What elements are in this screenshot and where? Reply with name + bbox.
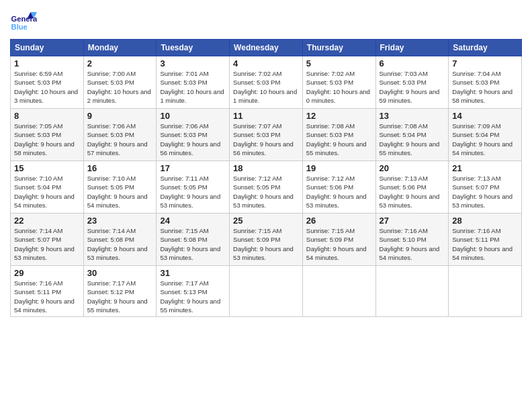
calendar-cell: 31 Sunrise: 7:17 AM Sunset: 5:13 PM Dayl… (157, 266, 230, 317)
day-info: Sunrise: 7:16 AM Sunset: 5:11 PM Dayligh… (14, 279, 80, 314)
calendar-cell: 9 Sunrise: 7:06 AM Sunset: 5:03 PM Dayli… (83, 109, 157, 161)
day-info: Sunrise: 7:17 AM Sunset: 5:12 PM Dayligh… (87, 279, 153, 314)
calendar-cell: 1 Sunrise: 6:59 AM Sunset: 5:03 PM Dayli… (11, 56, 84, 109)
day-number: 14 (452, 111, 518, 121)
day-number: 5 (306, 58, 372, 68)
day-info: Sunrise: 7:02 AM Sunset: 5:03 PM Dayligh… (306, 69, 372, 105)
day-info: Sunrise: 7:08 AM Sunset: 5:03 PM Dayligh… (306, 122, 372, 157)
calendar-cell: 24 Sunrise: 7:15 AM Sunset: 5:08 PM Dayl… (157, 214, 230, 266)
calendar-cell: 27 Sunrise: 7:16 AM Sunset: 5:10 PM Dayl… (375, 214, 449, 266)
weekday-header-thursday: Thursday (302, 40, 375, 56)
calendar-cell: 3 Sunrise: 7:01 AM Sunset: 5:03 PM Dayli… (157, 56, 230, 109)
calendar-cell: 30 Sunrise: 7:17 AM Sunset: 5:12 PM Dayl… (83, 266, 157, 317)
day-number: 13 (380, 111, 445, 121)
day-info: Sunrise: 7:15 AM Sunset: 5:08 PM Dayligh… (160, 226, 226, 262)
calendar-cell: 18 Sunrise: 7:12 AM Sunset: 5:05 PM Dayl… (230, 161, 303, 214)
day-number: 4 (233, 58, 299, 68)
calendar-cell: 28 Sunrise: 7:16 AM Sunset: 5:11 PM Dayl… (449, 214, 522, 266)
calendar-cell: 10 Sunrise: 7:06 AM Sunset: 5:03 PM Dayl… (157, 109, 230, 161)
calendar-cell: 19 Sunrise: 7:12 AM Sunset: 5:06 PM Dayl… (302, 161, 375, 214)
calendar-cell: 21 Sunrise: 7:13 AM Sunset: 5:07 PM Dayl… (449, 161, 522, 214)
calendar-cell: 6 Sunrise: 7:03 AM Sunset: 5:03 PM Dayli… (375, 56, 449, 109)
day-info: Sunrise: 7:17 AM Sunset: 5:13 PM Dayligh… (160, 279, 226, 314)
calendar-cell: 23 Sunrise: 7:14 AM Sunset: 5:08 PM Dayl… (83, 214, 157, 266)
day-info: Sunrise: 7:14 AM Sunset: 5:07 PM Dayligh… (14, 226, 80, 262)
day-info: Sunrise: 7:01 AM Sunset: 5:03 PM Dayligh… (160, 69, 226, 105)
day-info: Sunrise: 7:16 AM Sunset: 5:10 PM Dayligh… (380, 226, 445, 262)
day-info: Sunrise: 7:16 AM Sunset: 5:11 PM Dayligh… (452, 226, 518, 262)
day-info: Sunrise: 7:03 AM Sunset: 5:03 PM Dayligh… (380, 69, 445, 105)
day-info: Sunrise: 7:06 AM Sunset: 5:03 PM Dayligh… (160, 122, 226, 157)
day-info: Sunrise: 7:07 AM Sunset: 5:03 PM Dayligh… (233, 122, 299, 157)
day-info: Sunrise: 7:08 AM Sunset: 5:04 PM Dayligh… (380, 122, 445, 157)
day-info: Sunrise: 7:12 AM Sunset: 5:06 PM Dayligh… (306, 174, 372, 210)
weekday-header-wednesday: Wednesday (230, 40, 303, 56)
day-number: 20 (380, 163, 445, 173)
day-number: 16 (87, 163, 153, 173)
day-info: Sunrise: 7:11 AM Sunset: 5:05 PM Dayligh… (160, 174, 226, 210)
weekday-header-friday: Friday (375, 40, 449, 56)
day-info: Sunrise: 6:59 AM Sunset: 5:03 PM Dayligh… (14, 69, 80, 105)
calendar-cell: 8 Sunrise: 7:05 AM Sunset: 5:03 PM Dayli… (11, 109, 84, 161)
calendar-cell: 5 Sunrise: 7:02 AM Sunset: 5:03 PM Dayli… (302, 56, 375, 109)
day-number: 30 (87, 268, 153, 278)
day-info: Sunrise: 7:04 AM Sunset: 5:03 PM Dayligh… (452, 69, 518, 105)
day-number: 9 (87, 111, 153, 121)
logo-icon: General Blue (10, 7, 37, 34)
day-number: 6 (380, 58, 445, 68)
calendar-cell: 14 Sunrise: 7:09 AM Sunset: 5:04 PM Dayl… (449, 109, 522, 161)
calendar-cell: 11 Sunrise: 7:07 AM Sunset: 5:03 PM Dayl… (230, 109, 303, 161)
day-info: Sunrise: 7:14 AM Sunset: 5:08 PM Dayligh… (87, 226, 153, 262)
calendar-cell: 2 Sunrise: 7:00 AM Sunset: 5:03 PM Dayli… (83, 56, 157, 109)
calendar-cell: 25 Sunrise: 7:15 AM Sunset: 5:09 PM Dayl… (230, 214, 303, 266)
day-info: Sunrise: 7:15 AM Sunset: 5:09 PM Dayligh… (306, 226, 372, 262)
day-info: Sunrise: 7:00 AM Sunset: 5:03 PM Dayligh… (87, 69, 153, 105)
day-number: 18 (233, 163, 299, 173)
weekday-header-tuesday: Tuesday (157, 40, 230, 56)
day-number: 22 (14, 216, 80, 226)
calendar-cell: 26 Sunrise: 7:15 AM Sunset: 5:09 PM Dayl… (302, 214, 375, 266)
day-number: 15 (14, 163, 80, 173)
day-number: 28 (452, 216, 518, 226)
day-number: 10 (160, 111, 226, 121)
day-number: 3 (160, 58, 226, 68)
day-number: 29 (14, 268, 80, 278)
day-info: Sunrise: 7:09 AM Sunset: 5:04 PM Dayligh… (452, 122, 518, 157)
day-number: 12 (306, 111, 372, 121)
day-number: 26 (306, 216, 372, 226)
calendar-cell (230, 266, 303, 317)
day-number: 7 (452, 58, 518, 68)
calendar-cell (449, 266, 522, 317)
day-number: 1 (14, 58, 80, 68)
day-number: 8 (14, 111, 80, 121)
calendar-cell: 22 Sunrise: 7:14 AM Sunset: 5:07 PM Dayl… (11, 214, 84, 266)
day-number: 19 (306, 163, 372, 173)
calendar-cell: 20 Sunrise: 7:13 AM Sunset: 5:06 PM Dayl… (375, 161, 449, 214)
day-number: 23 (87, 216, 153, 226)
day-info: Sunrise: 7:10 AM Sunset: 5:05 PM Dayligh… (87, 174, 153, 210)
calendar-cell: 4 Sunrise: 7:02 AM Sunset: 5:03 PM Dayli… (230, 56, 303, 109)
calendar-table: SundayMondayTuesdayWednesdayThursdayFrid… (10, 39, 522, 317)
day-info: Sunrise: 7:13 AM Sunset: 5:06 PM Dayligh… (380, 174, 445, 210)
day-number: 17 (160, 163, 226, 173)
logo: General Blue (10, 7, 40, 34)
day-info: Sunrise: 7:02 AM Sunset: 5:03 PM Dayligh… (233, 69, 299, 105)
day-info: Sunrise: 7:05 AM Sunset: 5:03 PM Dayligh… (14, 122, 80, 157)
day-number: 21 (452, 163, 518, 173)
weekday-header-monday: Monday (83, 40, 157, 56)
calendar-cell: 7 Sunrise: 7:04 AM Sunset: 5:03 PM Dayli… (449, 56, 522, 109)
day-number: 27 (380, 216, 445, 226)
calendar-cell: 13 Sunrise: 7:08 AM Sunset: 5:04 PM Dayl… (375, 109, 449, 161)
calendar-cell: 17 Sunrise: 7:11 AM Sunset: 5:05 PM Dayl… (157, 161, 230, 214)
calendar-cell (302, 266, 375, 317)
calendar-cell: 12 Sunrise: 7:08 AM Sunset: 5:03 PM Dayl… (302, 109, 375, 161)
day-info: Sunrise: 7:13 AM Sunset: 5:07 PM Dayligh… (452, 174, 518, 210)
day-number: 11 (233, 111, 299, 121)
day-info: Sunrise: 7:06 AM Sunset: 5:03 PM Dayligh… (87, 122, 153, 157)
calendar-cell (375, 266, 449, 317)
day-info: Sunrise: 7:10 AM Sunset: 5:04 PM Dayligh… (14, 174, 80, 210)
weekday-header-sunday: Sunday (11, 40, 84, 56)
calendar-cell: 15 Sunrise: 7:10 AM Sunset: 5:04 PM Dayl… (11, 161, 84, 214)
day-number: 2 (87, 58, 153, 68)
page: General Blue SundayMondayTuesdayWednesda… (0, 0, 532, 411)
